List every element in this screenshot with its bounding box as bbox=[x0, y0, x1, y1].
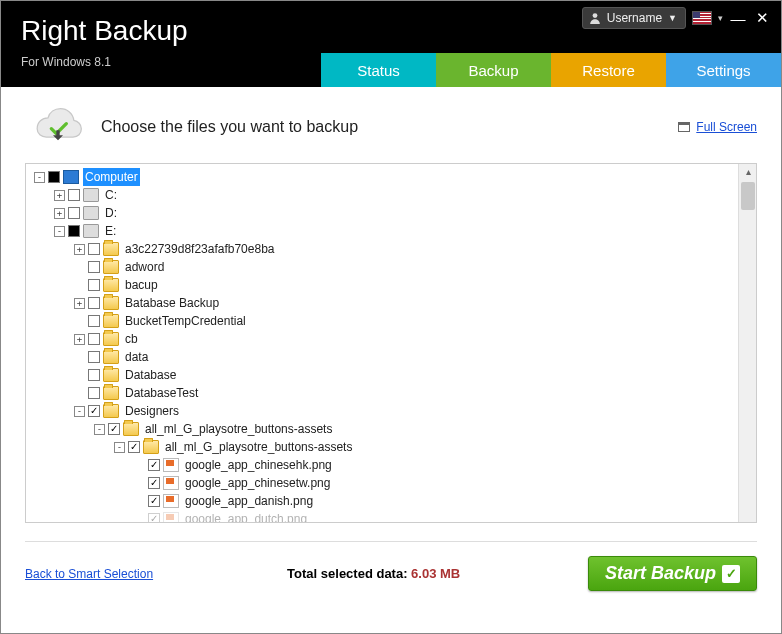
expander-icon[interactable]: - bbox=[34, 172, 45, 183]
check-icon: ✓ bbox=[722, 565, 740, 583]
tree-node-folder[interactable]: +cb bbox=[30, 330, 756, 348]
tree-node-folder[interactable]: .data bbox=[30, 348, 756, 366]
fullscreen-link[interactable]: Full Screen bbox=[678, 120, 757, 134]
folder-icon bbox=[103, 404, 119, 418]
tree-label: google_app_chinesehk.png bbox=[183, 456, 334, 474]
image-file-icon bbox=[163, 458, 179, 472]
tree-node-subfolder[interactable]: -all_ml_G_playsotre_buttons-assets bbox=[30, 420, 756, 438]
checkbox[interactable] bbox=[68, 225, 80, 237]
folder-icon bbox=[103, 260, 119, 274]
minimize-button[interactable]: — bbox=[729, 10, 747, 27]
fullscreen-label: Full Screen bbox=[696, 120, 757, 134]
start-backup-button[interactable]: Start Backup ✓ bbox=[588, 556, 757, 591]
drive-icon bbox=[83, 206, 99, 220]
checkbox[interactable] bbox=[148, 459, 160, 471]
tree-node-folder[interactable]: .adword bbox=[30, 258, 756, 276]
drive-icon bbox=[83, 224, 99, 238]
checkbox[interactable] bbox=[88, 243, 100, 255]
tree-node-computer[interactable]: - Computer bbox=[30, 168, 756, 186]
tab-status[interactable]: Status bbox=[321, 53, 436, 87]
checkbox[interactable] bbox=[88, 297, 100, 309]
expander-icon[interactable]: - bbox=[94, 424, 105, 435]
tree-node-folder[interactable]: +Batabase Backup bbox=[30, 294, 756, 312]
expander-icon[interactable]: - bbox=[74, 406, 85, 417]
tree-label: adword bbox=[123, 258, 166, 276]
tree-node-folder[interactable]: .BucketTempCredential bbox=[30, 312, 756, 330]
file-tree: - Computer + C: + D: - E: +a3c22739 bbox=[26, 164, 756, 523]
tree-node-file[interactable]: .google_app_chinesehk.png bbox=[30, 456, 756, 474]
tree-label: data bbox=[123, 348, 150, 366]
user-dropdown[interactable]: Username ▼ bbox=[582, 7, 686, 29]
tree-node-drive-d[interactable]: + D: bbox=[30, 204, 756, 222]
tree-node-file[interactable]: .google_app_danish.png bbox=[30, 492, 756, 510]
tab-backup[interactable]: Backup bbox=[436, 53, 551, 87]
page-heading: Choose the files you want to backup bbox=[101, 118, 358, 136]
flag-us-icon[interactable] bbox=[692, 11, 712, 25]
tree-label: all_ml_G_playsotre_buttons-assets bbox=[143, 420, 334, 438]
chevron-down-icon: ▼ bbox=[668, 13, 677, 23]
checkbox[interactable] bbox=[128, 441, 140, 453]
tree-label: all_ml_G_playsotre_buttons-assets bbox=[163, 438, 354, 456]
expander-icon[interactable]: + bbox=[74, 244, 85, 255]
expander-icon[interactable]: + bbox=[74, 298, 85, 309]
username-label: Username bbox=[607, 11, 662, 25]
tab-restore[interactable]: Restore bbox=[551, 53, 666, 87]
tree-label: Batabase Backup bbox=[123, 294, 221, 312]
tree-node-subfolder[interactable]: -all_ml_G_playsotre_buttons-assets bbox=[30, 438, 756, 456]
title-bar: Username ▼ ▾ — ✕ bbox=[582, 7, 771, 29]
folder-icon bbox=[103, 368, 119, 382]
tree-node-folder[interactable]: .DatabaseTest bbox=[30, 384, 756, 402]
tree-node-drive-e[interactable]: - E: bbox=[30, 222, 756, 240]
tree-label: bacup bbox=[123, 276, 160, 294]
start-backup-label: Start Backup bbox=[605, 563, 716, 584]
total-label: Total selected data: bbox=[287, 566, 411, 581]
checkbox[interactable] bbox=[68, 207, 80, 219]
checkbox[interactable] bbox=[88, 405, 100, 417]
tree-node-folder[interactable]: .Database bbox=[30, 366, 756, 384]
tree-node-folder-designers[interactable]: -Designers bbox=[30, 402, 756, 420]
image-file-icon bbox=[163, 494, 179, 508]
tree-label: Designers bbox=[123, 402, 181, 420]
flag-chevron-icon[interactable]: ▾ bbox=[718, 13, 723, 23]
file-tree-container: - Computer + C: + D: - E: +a3c22739 bbox=[25, 163, 757, 523]
checkbox[interactable] bbox=[148, 513, 160, 523]
checkbox[interactable] bbox=[48, 171, 60, 183]
tree-node-folder[interactable]: +a3c22739d8f23afafb70e8ba bbox=[30, 240, 756, 258]
tree-node-file[interactable]: .google_app_dutch.png bbox=[30, 510, 756, 523]
checkbox[interactable] bbox=[88, 279, 100, 291]
checkbox[interactable] bbox=[88, 261, 100, 273]
folder-icon bbox=[103, 242, 119, 256]
checkbox[interactable] bbox=[88, 315, 100, 327]
checkbox[interactable] bbox=[88, 369, 100, 381]
tree-label: google_app_chinesetw.png bbox=[183, 474, 332, 492]
checkbox[interactable] bbox=[148, 477, 160, 489]
scroll-up-icon[interactable]: ▴ bbox=[742, 166, 754, 178]
app-brand: Right Backup bbox=[21, 15, 188, 47]
brand-light: Right bbox=[21, 15, 86, 46]
tree-scrollbar[interactable]: ▴ bbox=[738, 164, 756, 522]
checkbox[interactable] bbox=[148, 495, 160, 507]
checkbox[interactable] bbox=[88, 351, 100, 363]
scroll-thumb[interactable] bbox=[741, 182, 755, 210]
total-value: 6.03 MB bbox=[411, 566, 460, 581]
tree-label: C: bbox=[103, 186, 119, 204]
checkbox[interactable] bbox=[88, 387, 100, 399]
expander-icon[interactable]: + bbox=[74, 334, 85, 345]
folder-icon bbox=[103, 386, 119, 400]
tab-settings[interactable]: Settings bbox=[666, 53, 781, 87]
cloud-check-icon bbox=[31, 107, 85, 147]
tree-node-file[interactable]: .google_app_chinesetw.png bbox=[30, 474, 756, 492]
folder-icon bbox=[103, 278, 119, 292]
checkbox[interactable] bbox=[108, 423, 120, 435]
expander-icon[interactable]: + bbox=[54, 190, 65, 201]
close-button[interactable]: ✕ bbox=[753, 9, 771, 27]
checkbox[interactable] bbox=[88, 333, 100, 345]
expander-icon[interactable]: + bbox=[54, 208, 65, 219]
checkbox[interactable] bbox=[68, 189, 80, 201]
expander-icon[interactable]: - bbox=[114, 442, 125, 453]
tree-node-folder[interactable]: .bacup bbox=[30, 276, 756, 294]
smart-selection-link[interactable]: Back to Smart Selection bbox=[25, 567, 153, 581]
tree-label: Computer bbox=[83, 168, 140, 186]
tree-node-drive-c[interactable]: + C: bbox=[30, 186, 756, 204]
expander-icon[interactable]: - bbox=[54, 226, 65, 237]
